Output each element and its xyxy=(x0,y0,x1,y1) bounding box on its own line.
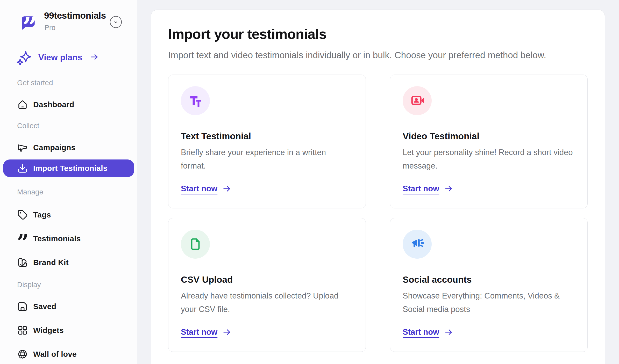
start-now-link[interactable]: Start now xyxy=(403,327,453,337)
sidebar-item-label: Testimonials xyxy=(33,234,81,243)
start-now-link[interactable]: Start now xyxy=(181,327,231,337)
sidebar-item-label: Dashboard xyxy=(33,100,74,109)
sidebar-item-wall-of-love[interactable]: Wall of love xyxy=(3,347,134,361)
csv-upload-icon xyxy=(188,237,203,251)
card-title: CSV Upload xyxy=(181,274,353,285)
arrow-right-icon xyxy=(89,52,99,63)
sidebar-item-label: Tags xyxy=(33,210,51,219)
workspace-name: 99testimonials xyxy=(44,10,106,21)
svg-text:”: ” xyxy=(17,234,28,244)
card-description: Already have testimonials collected? Upl… xyxy=(181,289,353,316)
arrow-right-icon xyxy=(222,184,231,193)
view-plans-link[interactable]: View plans xyxy=(16,50,137,65)
home-icon xyxy=(17,99,28,110)
sidebar-section-get-started: Get startedDashboard xyxy=(0,79,137,111)
text-testimonial-icon-circle xyxy=(181,86,210,115)
view-plans-label: View plans xyxy=(38,53,82,62)
sidebar-item-brand-kit[interactable]: Brand Kit xyxy=(3,256,134,269)
start-now-label: Start now xyxy=(181,327,217,337)
card-social-accounts: Social accountsShowcase Everything: Comm… xyxy=(390,218,588,352)
sidebar-section-collect: CollectCampaignsImport Testimonials xyxy=(0,122,137,177)
card-text-testimonial: Text TestimonialBriefly share your exper… xyxy=(168,75,366,208)
card-title: Social accounts xyxy=(403,274,575,285)
megaphone-outline-icon xyxy=(17,142,28,153)
social-accounts-icon-circle xyxy=(403,230,432,259)
sidebar-item-label: Widgets xyxy=(33,326,64,335)
card-video-testimonial: Video TestimonialLet your personality sh… xyxy=(390,75,588,208)
csv-upload-icon-circle xyxy=(181,230,210,259)
social-accounts-icon xyxy=(410,237,424,251)
tag-icon xyxy=(17,209,28,220)
save-icon xyxy=(17,301,28,312)
quote-icon: ” xyxy=(17,233,28,244)
start-now-link[interactable]: Start now xyxy=(403,184,453,193)
sidebar-item-dashboard[interactable]: Dashboard xyxy=(3,98,134,111)
svg-text:”: ” xyxy=(23,14,37,31)
sidebar-section-manage: ManageTags”TestimonialsBrand Kit xyxy=(0,188,137,269)
sidebar-item-label: Campaigns xyxy=(33,143,76,152)
workspace-switcher[interactable]: ” 99testimonials Pro xyxy=(0,0,137,34)
download-icon xyxy=(17,163,28,174)
sidebar-item-widgets[interactable]: Widgets xyxy=(3,324,134,337)
section-header: Collect xyxy=(17,122,137,130)
workspace-plan-badge: Pro xyxy=(45,24,55,32)
sidebar-item-campaigns[interactable]: Campaigns xyxy=(3,141,134,154)
start-now-label: Start now xyxy=(403,184,439,193)
card-description: Briefly share your experience in a writt… xyxy=(181,146,353,173)
arrow-right-icon xyxy=(222,327,231,337)
section-header: Get started xyxy=(17,79,137,87)
card-title: Text Testimonial xyxy=(181,131,353,142)
sidebar-item-label: Import Testimonials xyxy=(33,164,108,173)
arrow-right-icon xyxy=(444,327,453,337)
page-title: Import your testimonials xyxy=(168,26,588,41)
card-description: Showcase Everything: Comments, Videos & … xyxy=(403,289,575,316)
sparkles-icon xyxy=(16,50,32,65)
globe-heart-icon xyxy=(17,349,28,360)
swatch-book-icon xyxy=(17,257,28,268)
card-csv-upload: CSV UploadAlready have testimonials coll… xyxy=(168,218,366,352)
card-title: Video Testimonial xyxy=(403,131,575,142)
start-now-link[interactable]: Start now xyxy=(181,184,231,193)
cards-grid: Text TestimonialBriefly share your exper… xyxy=(168,75,588,352)
sidebar-item-label: Wall of love xyxy=(33,350,77,359)
video-testimonial-icon xyxy=(410,93,424,108)
text-testimonial-icon xyxy=(188,93,203,108)
sidebar-nav: Get startedDashboardCollectCampaignsImpo… xyxy=(0,79,137,364)
page-subtitle: Import text and video testimonials indiv… xyxy=(168,48,578,62)
section-header: Manage xyxy=(17,188,137,196)
app-logo-icon: ” xyxy=(20,14,37,31)
sidebar-item-testimonials[interactable]: ”Testimonials xyxy=(3,232,134,245)
widgets-grid-icon xyxy=(17,325,28,336)
sidebar-item-label: Saved xyxy=(33,302,56,311)
sidebar-item-tags[interactable]: Tags xyxy=(3,208,134,222)
sidebar-item-saved[interactable]: Saved xyxy=(3,300,134,313)
sidebar: ” 99testimonials Pro View plans Get star… xyxy=(0,0,137,364)
section-header: Display xyxy=(17,281,137,289)
workspace-chevron-button[interactable] xyxy=(110,16,122,28)
arrow-right-icon xyxy=(444,184,453,193)
start-now-label: Start now xyxy=(403,327,439,337)
video-testimonial-icon-circle xyxy=(403,86,432,115)
sidebar-item-label: Brand Kit xyxy=(33,258,69,267)
start-now-label: Start now xyxy=(181,184,217,193)
main-panel: Import your testimonials Import text and… xyxy=(151,10,605,364)
card-description: Let your personality shine! Record a sho… xyxy=(403,146,575,173)
sidebar-item-import-testimonials[interactable]: Import Testimonials xyxy=(3,159,134,177)
sidebar-section-display: DisplaySavedWidgetsWall of lovePages xyxy=(0,281,137,364)
